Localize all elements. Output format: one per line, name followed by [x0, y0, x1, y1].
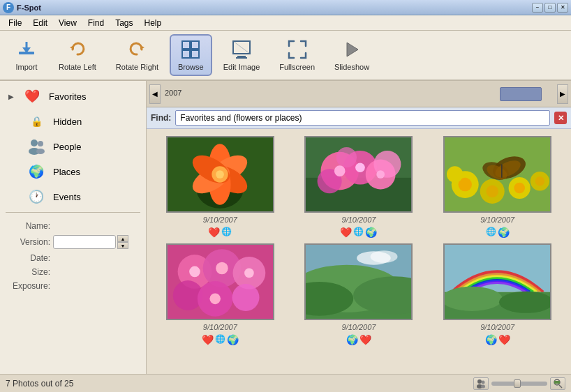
photo-date-2: 9/10/2007	[342, 216, 376, 224]
events-label: Events	[53, 192, 81, 202]
search-bar: Find: ✕	[147, 107, 571, 129]
title-bar-left: F F-Spot	[3, 2, 41, 13]
edit-image-icon	[230, 38, 253, 61]
menu-help[interactable]: Help	[139, 17, 168, 29]
status-bar: 7 Photos out of 25	[0, 374, 571, 392]
close-button[interactable]: ✕	[557, 3, 568, 13]
window-title: F-Spot	[17, 3, 41, 12]
photo-thumb-3[interactable]	[443, 136, 551, 213]
timeline-highlight[interactable]	[500, 87, 542, 101]
zoom-people-button[interactable]	[473, 377, 489, 390]
photo-thumb-5[interactable]	[304, 243, 413, 320]
photo-4-tag-earth: 🌍	[227, 334, 239, 345]
import-icon	[15, 38, 38, 61]
browse-icon	[179, 38, 202, 61]
svg-point-62	[216, 262, 228, 275]
zoom-slider[interactable]	[491, 382, 547, 386]
edit-image-button[interactable]: Edit Image	[215, 34, 269, 76]
find-close-button[interactable]: ✕	[554, 112, 567, 124]
slideshow-label: Slideshow	[334, 63, 369, 72]
photo-6-tag-heart: ❤️	[498, 334, 510, 345]
photo-cell-4[interactable]: 9/10/2007 ❤️ 🌐 🌍	[154, 243, 287, 345]
status-text: 7 Photos out of 25	[6, 379, 73, 389]
zoom-thumb[interactable]	[514, 379, 521, 388]
menu-file[interactable]: File	[3, 17, 27, 29]
sidebar-item-places[interactable]: 🌍 Places	[0, 159, 146, 184]
photo-cell-6[interactable]: 9/10/2007 🌍 ❤️	[431, 243, 564, 345]
minimize-button[interactable]: −	[532, 3, 543, 13]
svg-point-45	[514, 183, 526, 194]
svg-point-76	[477, 379, 482, 384]
name-row: Name:	[8, 221, 138, 231]
photo-thumb-4[interactable]	[166, 243, 274, 320]
window-controls: − □ ✕	[532, 3, 568, 13]
hidden-label: Hidden	[53, 116, 82, 127]
find-input[interactable]	[175, 110, 550, 126]
photo-tags-4: ❤️ 🌐 🌍	[202, 334, 239, 345]
photo-cell-5[interactable]: 9/10/2007 🌍 ❤️	[292, 243, 426, 345]
svg-rect-82	[554, 381, 560, 384]
svg-rect-6	[191, 41, 199, 49]
svg-point-35	[336, 147, 357, 167]
timeline-strip: ◀ 2007 ▶	[147, 81, 571, 107]
photo-4-tag-heart: ❤️	[202, 334, 214, 345]
photo-thumb-1[interactable]	[166, 136, 274, 213]
photo-cell-1[interactable]: 9/10/2007 ❤️ 🌐	[154, 136, 287, 238]
maximize-button[interactable]: □	[544, 3, 556, 13]
toolbar: Import Rotate Left Rotate Right	[0, 31, 571, 81]
photo-date-4: 9/10/2007	[203, 323, 237, 331]
version-input[interactable]	[53, 235, 116, 249]
rotate-right-label: Rotate Right	[116, 63, 158, 72]
rotate-left-button[interactable]: Rotate Left	[50, 34, 105, 76]
menu-tags[interactable]: Tags	[110, 17, 138, 29]
sidebar-item-favorites[interactable]: ▶ ❤️ Favorites	[0, 84, 146, 109]
svg-point-43	[487, 186, 499, 198]
zoom-out-button[interactable]	[550, 377, 565, 390]
photo-date-5: 9/10/2007	[342, 323, 376, 331]
rotate-left-icon	[66, 38, 89, 61]
title-bar: F F-Spot − □ ✕	[0, 0, 571, 15]
size-label: Size:	[8, 267, 50, 277]
svg-point-48	[447, 166, 463, 182]
version-up-arrow[interactable]: ▲	[117, 235, 128, 242]
photo-cell-2[interactable]: 9/10/2007 ❤️ 🌐 🌍	[292, 136, 426, 238]
photo-date-3: 9/10/2007	[480, 216, 514, 224]
sidebar-item-events[interactable]: 🕐 Events	[0, 184, 146, 209]
photo-grid: 9/10/2007 ❤️ 🌐	[147, 129, 571, 374]
fullscreen-icon	[286, 38, 309, 61]
fullscreen-button[interactable]: Fullscreen	[271, 34, 323, 76]
photo-thumb-2[interactable]	[304, 136, 413, 213]
places-label: Places	[53, 167, 80, 177]
photo-cell-3[interactable]: 9/10/2007 🌐 🌍	[431, 136, 564, 238]
photo-tags-2: ❤️ 🌐 🌍	[340, 227, 377, 238]
sidebar-item-hidden[interactable]: 🔒 Hidden	[0, 109, 146, 134]
sidebar-item-people[interactable]: People	[0, 134, 146, 159]
timeline-next[interactable]: ▶	[557, 84, 568, 104]
menu-edit[interactable]: Edit	[27, 17, 53, 29]
svg-point-61	[189, 266, 200, 278]
photo-1-tag-grid: 🌐	[221, 227, 232, 238]
rotate-right-icon	[126, 38, 148, 61]
menu-find[interactable]: Find	[82, 17, 110, 29]
timeline-prev[interactable]: ◀	[149, 84, 161, 104]
version-label: Version:	[8, 237, 50, 247]
timeline-bar[interactable]: 2007	[162, 86, 556, 103]
events-icon: 🕐	[27, 187, 46, 206]
sidebar-divider	[6, 212, 140, 213]
menu-view[interactable]: View	[53, 17, 82, 29]
version-select: ▲ ▼	[53, 235, 128, 249]
photo-tags-5: 🌍 ❤️	[346, 334, 371, 345]
content-area: ◀ 2007 ▶ Find: ✕	[147, 81, 571, 374]
photo-thumb-6[interactable]	[443, 243, 551, 320]
menu-bar: File Edit View Find Tags Help	[0, 15, 571, 31]
browse-button[interactable]: Browse	[170, 34, 212, 76]
version-down-arrow[interactable]: ▼	[117, 242, 128, 249]
favorites-icon: ❤️	[22, 86, 42, 106]
exposure-label: Exposure:	[8, 281, 50, 291]
slideshow-button[interactable]: Slideshow	[326, 34, 378, 76]
photo-area: 9/10/2007 ❤️ 🌐	[147, 129, 571, 374]
browse-label: Browse	[178, 63, 204, 72]
svg-point-63	[244, 269, 254, 278]
import-button[interactable]: Import	[6, 34, 47, 76]
rotate-right-button[interactable]: Rotate Right	[107, 34, 167, 76]
